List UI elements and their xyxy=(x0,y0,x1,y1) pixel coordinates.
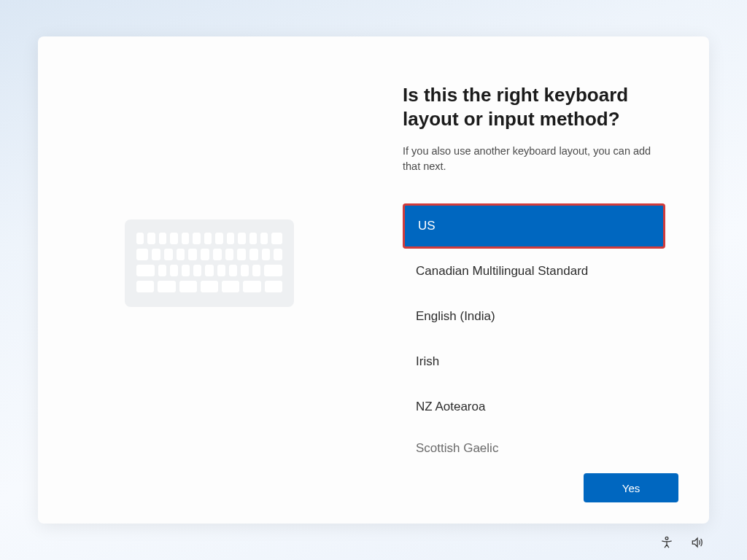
taskbar-tray xyxy=(659,535,705,553)
layout-option[interactable]: NZ Aotearoa xyxy=(403,384,665,429)
form-pane: Is this the right keyboard layout or inp… xyxy=(381,36,709,461)
yes-button[interactable]: Yes xyxy=(584,473,678,502)
layout-option-us[interactable]: US xyxy=(403,203,665,249)
content-row: Is this the right keyboard layout or inp… xyxy=(38,36,709,461)
layout-option[interactable]: Scottish Gaelic xyxy=(403,429,665,459)
keyboard-layout-list[interactable]: US Canadian Multilingual Standard Englis… xyxy=(403,203,680,461)
layout-option[interactable]: English (India) xyxy=(403,294,665,339)
keyboard-icon xyxy=(125,219,294,307)
action-bar: Yes xyxy=(38,461,709,524)
accessibility-icon[interactable] xyxy=(659,535,674,553)
oobe-setup-card: Is this the right keyboard layout or inp… xyxy=(38,36,709,524)
volume-icon[interactable] xyxy=(690,535,705,553)
layout-option[interactable]: Canadian Multilingual Standard xyxy=(403,249,665,294)
page-title: Is this the right keyboard layout or inp… xyxy=(403,83,680,131)
page-subtitle: If you also use another keyboard layout,… xyxy=(403,144,665,174)
svg-point-0 xyxy=(665,537,668,540)
illustration-pane xyxy=(38,36,381,461)
layout-option[interactable]: Irish xyxy=(403,339,665,384)
